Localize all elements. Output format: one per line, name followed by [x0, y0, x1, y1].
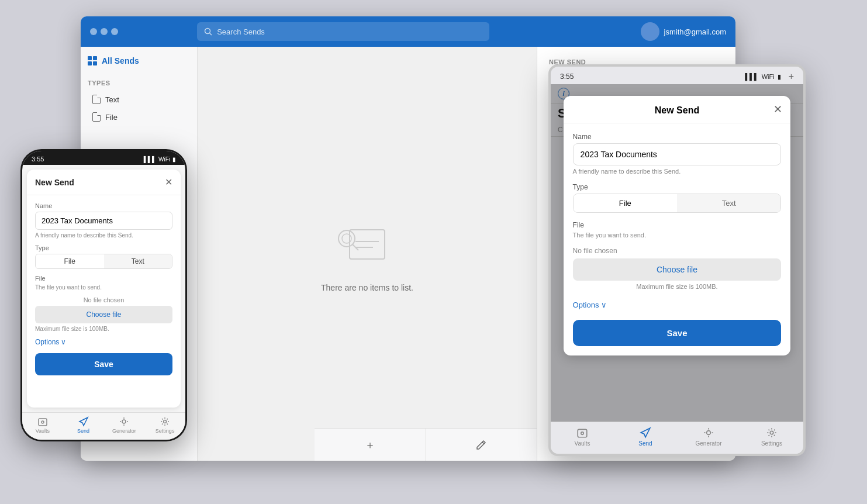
tablet-nav-vaults[interactable]: Vaults — [551, 427, 614, 447]
tablet-type-label: Type — [573, 183, 782, 191]
phone-nav-send[interactable]: Send — [63, 416, 104, 434]
phone-save-button[interactable]: Save — [35, 353, 172, 375]
tablet-modal-title: New Send — [655, 105, 699, 116]
phone-file-label: File — [35, 275, 172, 282]
generator-nav-label: Generator — [112, 428, 136, 434]
svg-point-0 — [205, 29, 210, 34]
text-file-icon — [92, 95, 101, 104]
tablet-file-helper: The file you want to send. — [573, 232, 782, 239]
tablet-send-icon — [640, 427, 651, 439]
svg-rect-8 — [39, 419, 47, 426]
vault-icon — [37, 416, 48, 427]
phone-type-label: Type — [35, 244, 172, 251]
sidebar-item-text[interactable]: Text — [88, 91, 190, 108]
phone-status-icons: ▌▌▌ WiFi ▮ — [144, 156, 176, 163]
phone-modal-title: New Send — [35, 178, 74, 187]
settings-nav-label: Settings — [156, 428, 175, 434]
types-section-label: TYPES — [88, 80, 190, 87]
tablet-modal-overlay: New Send ✕ Name A friendly name to descr… — [551, 84, 803, 422]
tablet-name-input[interactable] — [573, 143, 782, 165]
user-email: jsmith@gmail.com — [664, 27, 726, 36]
tablet-status-bar: 3:55 ▌▌▌ WiFi ▮ + — [551, 67, 803, 84]
empty-state-text: There are no items to list. — [321, 283, 413, 292]
phone-file-toggle[interactable]: File — [36, 254, 104, 268]
tablet-options-row[interactable]: Options ∨ — [573, 298, 782, 312]
send-icon — [78, 416, 89, 427]
tablet-name-label: Name — [573, 133, 782, 141]
phone-chevron-icon: ∨ — [61, 338, 66, 346]
phone-nav-settings[interactable]: Settings — [144, 416, 185, 434]
search-bar[interactable] — [197, 22, 489, 41]
tablet-modal-body: Name A friendly name to describe this Se… — [564, 123, 791, 355]
battery-icon: ▮ — [172, 156, 176, 163]
svg-rect-12 — [578, 429, 587, 437]
tablet-file-toggle[interactable]: File — [574, 194, 677, 212]
phone-max-size: Maximum file size is 100MB. — [35, 326, 172, 332]
tablet-text-toggle[interactable]: Text — [677, 194, 780, 212]
phone-choose-file-button[interactable]: Choose file — [35, 306, 172, 323]
phone-text-toggle[interactable]: Text — [104, 254, 172, 268]
maximize-dot[interactable] — [111, 28, 118, 35]
phone-name-input[interactable] — [35, 212, 172, 230]
tablet-modal: New Send ✕ Name A friendly name to descr… — [564, 96, 791, 355]
add-button[interactable]: ＋ — [315, 429, 426, 461]
generator-icon — [119, 416, 129, 427]
sidebar-text-label: Text — [105, 95, 119, 104]
tablet-nav-send[interactable]: Send — [614, 427, 677, 447]
search-input[interactable] — [217, 27, 482, 36]
svg-rect-2 — [350, 230, 385, 259]
tablet-signal-icon: ▌▌▌ — [745, 73, 758, 80]
phone-name-label: Name — [35, 202, 172, 209]
wifi-icon: WiFi — [158, 156, 170, 163]
bottom-bar: ＋ — [315, 428, 537, 461]
settings-icon — [160, 416, 170, 427]
search-icon — [204, 27, 212, 36]
signal-icon: ▌▌▌ — [144, 156, 156, 163]
tablet-settings-label: Settings — [761, 440, 782, 447]
phone-bottom-nav: Vaults Send Generator Set — [22, 412, 185, 440]
tablet-file-label: File — [573, 221, 782, 229]
tablet-name-helper: A friendly name to describe this Send. — [573, 168, 782, 175]
tablet-add-icon[interactable]: + — [789, 71, 794, 82]
avatar — [641, 22, 659, 41]
file-file-icon — [92, 112, 101, 122]
tablet-inner: 3:55 ▌▌▌ WiFi ▮ + i S C D New Send — [551, 67, 803, 454]
user-info: jsmith@gmail.com — [641, 22, 726, 41]
tablet-wifi-icon: WiFi — [762, 73, 775, 80]
phone-file-helper: The file you want to send. — [35, 284, 172, 291]
tablet-generator-label: Generator — [695, 440, 721, 447]
all-sends-nav[interactable]: All Sends — [88, 56, 190, 65]
grid-icon — [88, 56, 97, 65]
phone-time: 3:55 — [32, 156, 44, 163]
sidebar-item-file[interactable]: File — [88, 109, 190, 125]
tablet-save-button[interactable]: Save — [573, 320, 782, 346]
mobile-phone: 3:55 ▌▌▌ WiFi ▮ New Send ✕ Name A friend… — [20, 149, 187, 441]
phone-options-label: Options — [35, 338, 59, 346]
tablet-close-button[interactable]: ✕ — [773, 103, 782, 116]
svg-point-13 — [581, 432, 583, 434]
tablet-nav-generator[interactable]: Generator — [677, 427, 740, 447]
tablet-nav-settings[interactable]: Settings — [740, 427, 803, 447]
tablet-choose-file-button[interactable]: Choose file — [573, 258, 782, 281]
phone-options-row[interactable]: Options ∨ — [35, 338, 172, 346]
plus-icon: ＋ — [365, 438, 375, 452]
tablet-battery-icon: ▮ — [778, 73, 781, 81]
minimize-dot[interactable] — [101, 28, 108, 35]
phone-name-helper: A friendly name to describe this Send. — [35, 232, 172, 239]
tablet-no-file: No file chosen — [573, 247, 782, 255]
tablet-send-label: Send — [638, 440, 652, 447]
phone-status-bar: 3:55 ▌▌▌ WiFi ▮ — [22, 151, 185, 165]
tablet-generator-icon — [703, 427, 714, 439]
phone-close-button[interactable]: ✕ — [165, 177, 172, 188]
phone-nav-vaults[interactable]: Vaults — [22, 416, 63, 434]
empty-state-illustration — [332, 215, 402, 274]
tablet-chevron-icon: ∨ — [601, 301, 607, 309]
phone-modal: New Send ✕ Name A friendly name to descr… — [27, 170, 181, 408]
tablet-bottom-nav: Vaults Send Generator Set — [551, 422, 803, 454]
tablet-app-body: i S C D New Send ✕ Name A friendly name — [551, 84, 803, 422]
edit-button[interactable] — [426, 429, 537, 461]
svg-point-9 — [42, 421, 44, 423]
tablet-modal-header: New Send ✕ — [564, 96, 791, 123]
phone-nav-generator[interactable]: Generator — [104, 416, 145, 434]
close-dot[interactable] — [90, 28, 97, 35]
